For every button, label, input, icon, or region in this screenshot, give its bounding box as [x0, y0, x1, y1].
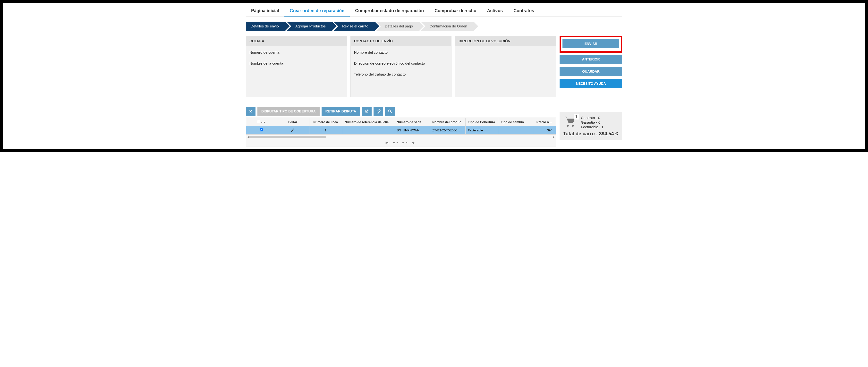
action-buttons-column: ENVIAR ANTERIOR GUARDAR NECESITO AYUDA: [560, 36, 622, 97]
tab-pagina-inicial[interactable]: Página inicial: [246, 6, 284, 17]
field-numero-cuenta: Número de cuenta: [249, 50, 343, 54]
table-toolbar: DISPUTAR TIPO DE COBERTURA RETIRAR DISPU…: [246, 107, 556, 116]
disputar-cobertura-button[interactable]: DISPUTAR TIPO DE COBERTURA: [257, 107, 320, 116]
cell-serie: SN_UNKNOWN: [394, 126, 430, 134]
cell-edit[interactable]: [276, 126, 309, 134]
pager-last-icon[interactable]: ⏭: [412, 141, 417, 145]
panel-direccion: DIRECCIÓN DE DEVOLUCIÓN: [455, 36, 556, 97]
header-select-all[interactable]: ▲▼: [246, 118, 276, 126]
cart-line-facturable: Facturable - 1: [581, 125, 603, 129]
pager-prev-icon[interactable]: ◀◀: [393, 141, 400, 145]
header-tipo-cobertura[interactable]: Tipo de Cobertura: [465, 118, 498, 126]
step-detalles-pago[interactable]: Detalles del pago: [376, 22, 420, 31]
anterior-button[interactable]: ANTERIOR: [560, 55, 622, 64]
step-agregar-productos[interactable]: Agregar Productos: [286, 22, 332, 31]
x-icon: [248, 109, 253, 114]
panel-cuenta: CUENTA Número de cuenta Nombre de la cue…: [246, 36, 347, 97]
header-precio-neto[interactable]: Precio neto: [534, 118, 556, 126]
cell-linea: 1: [309, 126, 342, 134]
scrollbar-thumb[interactable]: [248, 136, 326, 138]
cart-table: ▲▼ Editar Número de línea Número de refe…: [246, 118, 556, 147]
svg-point-0: [389, 110, 391, 112]
sort-icon[interactable]: ▲▼: [260, 121, 266, 124]
scroll-right-icon[interactable]: ►: [553, 135, 555, 139]
cart-badge: 1: [574, 114, 579, 120]
tab-crear-orden[interactable]: Crear orden de reparación: [284, 6, 350, 17]
panel-contacto: CONTACTO DE ENVÍO Nombre del contacto Di…: [350, 36, 452, 97]
select-all-checkbox[interactable]: [257, 120, 260, 123]
pager-next-icon[interactable]: ▶▶: [402, 141, 409, 145]
horizontal-scrollbar[interactable]: ◄ ►: [246, 134, 556, 139]
cart-total: Total de carro : 394,54 €: [563, 131, 619, 136]
pager-first-icon[interactable]: ⏮: [385, 141, 390, 145]
enviar-button[interactable]: ENVIAR: [562, 39, 619, 48]
necesito-ayuda-button[interactable]: NECESITO AYUDA: [560, 79, 622, 88]
cart-line-contrato: Contrato - 0: [581, 116, 603, 120]
cell-cobertura: Facturable: [465, 126, 498, 134]
export-icon: [365, 109, 369, 114]
search-icon: [388, 109, 392, 114]
field-nombre-cuenta: Nombre de la cuenta: [249, 61, 343, 65]
attach-button[interactable]: [374, 107, 383, 116]
cell-cambio: [498, 126, 534, 134]
scroll-left-icon[interactable]: ◄: [247, 135, 249, 139]
cell-producto: ZT42162-T0E00C...: [430, 126, 465, 134]
step-revise-carrito[interactable]: Revise el carrito: [334, 22, 375, 31]
tab-comprobar-derecho[interactable]: Comprobar derecho: [429, 6, 482, 17]
step-confirmacion-orden[interactable]: Confirmación de Orden: [421, 22, 473, 31]
step-detalles-envio[interactable]: Detalles de envío: [246, 22, 285, 31]
field-telefono-contacto: Teléfono del trabajo de contacto: [354, 72, 448, 76]
enviar-highlight-box: ENVIAR: [560, 36, 622, 53]
header-tipo-cambio[interactable]: Tipo de cambio: [498, 118, 534, 126]
svg-line-1: [391, 112, 392, 113]
tab-activos[interactable]: Activos: [482, 6, 508, 17]
field-email-contacto: Dirección de correo electrónico del cont…: [354, 61, 448, 65]
clear-button[interactable]: [246, 107, 255, 116]
table-row[interactable]: 1 SN_UNKNOWN ZT42162-T0E00C... Facturabl…: [246, 126, 556, 134]
pencil-icon[interactable]: [290, 128, 295, 132]
wizard-steps: Detalles de envío Agregar Productos Revi…: [246, 22, 622, 31]
tab-contratos[interactable]: Contratos: [508, 6, 539, 17]
panel-cuenta-title: CUENTA: [246, 36, 347, 46]
header-numero-linea[interactable]: Número de línea: [309, 118, 342, 126]
cell-referencia: [342, 126, 394, 134]
header-nombre-producto[interactable]: Nombre del produc: [430, 118, 465, 126]
cart-icon: [563, 124, 578, 128]
panel-contacto-title: CONTACTO DE ENVÍO: [351, 36, 452, 46]
header-numero-serie[interactable]: Número de serie: [394, 118, 430, 126]
paperclip-icon: [376, 109, 380, 114]
panel-direccion-title: DIRECCIÓN DE DEVOLUCIÓN: [455, 36, 556, 46]
retirar-disputa-button[interactable]: RETIRAR DISPUTA: [321, 107, 360, 116]
export-button[interactable]: [362, 107, 372, 116]
tab-comprobar-estado[interactable]: Comprobar estado de reparación: [350, 6, 429, 17]
cart-summary: 1 Contrato - 0 Garantía - 0 Facturable -…: [560, 112, 622, 141]
table-header-row: ▲▼ Editar Número de línea Número de refe…: [246, 118, 556, 126]
table-pager: ⏮ ◀◀ ▶▶ ⏭: [246, 139, 556, 146]
cart-line-garantia: Garantía - 0: [581, 120, 603, 124]
field-nombre-contacto: Nombre del contacto: [354, 50, 448, 54]
cell-checkbox[interactable]: [246, 126, 276, 134]
header-referencia-cliente[interactable]: Número de referencia del clie: [342, 118, 394, 126]
header-editar[interactable]: Editar: [276, 118, 309, 126]
search-button[interactable]: [385, 107, 395, 116]
top-nav: Página inicial Crear orden de reparación…: [246, 6, 622, 17]
cell-precio: 394,: [534, 126, 556, 134]
guardar-button[interactable]: GUARDAR: [560, 67, 622, 76]
row-checkbox[interactable]: [259, 128, 263, 131]
